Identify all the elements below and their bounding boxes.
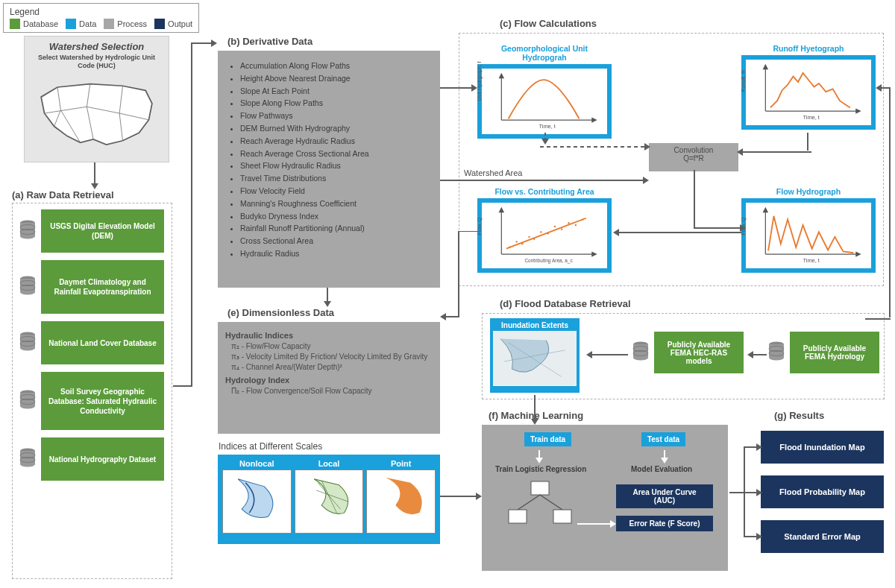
arrow-guh-to-conv-h [540,142,689,152]
db-usgs-dem: USGS Digital Elevation Model (DEM) [41,209,164,253]
derivative-item: Hydraulic Radius [240,247,431,260]
indices-scales-box: Nonlocal Local Point [218,455,440,544]
svg-marker-83 [586,351,592,358]
watershed-title: Watershed Selection [29,41,164,52]
svg-marker-92 [661,458,668,464]
derivative-item: Slope Along Flow Paths [240,97,431,110]
result-flood-map: Flood Inundation Map [761,431,884,464]
section-d-title: (d) Flood Database Retrieval [500,298,631,309]
legend: Legend Database Data Process Output [3,3,199,33]
indices-local: Local [295,459,364,540]
svg-marker-74 [440,313,446,320]
database-icon [19,276,37,298]
svg-point-46 [540,231,541,233]
arrow-into-runoff [876,83,891,136]
section-b-title: (b) Derivative Data [227,36,313,47]
raw-db-row: Daymet Climatology and Rainfall Evapotra… [19,260,166,314]
arrow-tree-to-err [577,519,616,529]
derivative-item: Flow Pathways [240,110,431,122]
db-hecras: Publicly Available FEMA HEC-RAS models [654,332,744,373]
svg-rect-97 [553,510,571,523]
us-map-icon [31,73,162,154]
svg-marker-57 [855,251,861,256]
raw-db-row: Soil Survey Geographic Database: Saturat… [19,372,166,430]
dimensionless-box: Hydraulic Indices π₂ - Flow/Flow Capacit… [218,322,440,434]
svg-point-47 [547,233,548,234]
train-data-chip: Train data [524,432,571,446]
database-icon [767,341,785,364]
arrow-runoff-to-conv [737,148,811,157]
svg-point-48 [554,226,556,227]
legend-title: Legend [10,7,192,17]
db-daymet: Daymet Climatology and Rainfall Evapotra… [41,260,164,314]
arrow-raw-to-deriv [169,39,217,390]
section-c-title: (c) Flow Calculations [500,18,597,29]
legend-item-database: Database [10,19,58,29]
svg-point-50 [568,222,569,224]
database-icon [632,341,650,364]
derivative-item: Sheet Flow Hydraulic Radius [240,159,431,172]
legend-item-process: Process [104,19,147,29]
svg-point-51 [575,224,577,226]
derivative-item: Manning's Roughness Coefficient [240,197,431,210]
pi2-hydrology: Π₂ - Flow Convergence/Soil Flow Capacity [231,387,433,395]
point-map-icon [367,470,435,533]
svg-point-49 [561,228,562,230]
svg-marker-87 [876,84,882,92]
db-nlcd: National Land Cover Database [41,321,164,364]
legend-item-output: Output [154,19,192,29]
svg-marker-90 [536,458,543,464]
err-box: Error Rate (F Score) [616,516,713,531]
inundation-extents-box: Inundation Extents [490,318,580,393]
arrow-hydro-to-fva [613,228,741,237]
derivative-item: Travel Time Distributions [240,172,431,185]
svg-marker-99 [610,520,616,528]
derivative-item: Rainfall Runoff Partitioning (Annual) [240,222,431,235]
svg-marker-27 [499,73,504,78]
runoff-curve-icon: Time, t [749,63,868,122]
database-icon [19,220,37,242]
derivative-item: Budyko Dryness Index [240,210,431,223]
svg-point-44 [528,236,530,238]
fema-hydro-row: Publicly Available FEMA Hydrology [767,332,879,373]
svg-marker-32 [763,64,768,69]
hydrology-index-title: Hydrology Index [225,376,433,385]
svg-rect-93 [531,481,549,495]
svg-point-52 [582,218,583,220]
svg-marker-37 [499,207,504,212]
derivative-item: Flow Velocity Field [240,185,431,197]
svg-marker-60 [471,84,477,92]
svg-marker-101 [476,493,482,500]
svg-marker-104 [756,443,762,451]
hydraulic-indices-title: Hydraulic Indices [225,331,433,340]
svg-text:Time, t: Time, t [803,114,820,121]
svg-text:Contributing Area, a_c: Contributing Area, a_c [524,258,573,264]
derivative-item: Reach Average Cross Sectional Area [240,148,431,160]
database-icon [19,448,37,470]
arrow-test-down [659,450,670,464]
db-nhd: National Hydrography Dataset [41,437,164,481]
svg-marker-62 [643,177,649,184]
pi2-hydraulic: π₂ - Flow/Flow Capacity [231,342,433,350]
watershed-subtitle: Select Watershed by Hydrologic Unit Code… [29,54,164,70]
watershed-selection-box: Watershed Selection Select Watershed by … [24,36,169,162]
db-ssurgo: Soil Survey Geographic Database: Saturat… [41,372,164,430]
local-map-icon [295,470,363,533]
train-lr-label: Train Logistic Regression [495,465,586,473]
pi4-hydraulic: π₄ - Channel Area/(Water Depth)² [231,363,433,371]
arrow-fva-to-dim [440,231,477,380]
nonlocal-map-icon [223,470,291,533]
arrow-hecras-to-inund [586,350,628,359]
derivative-item: Height Above Nearest Drainage [240,72,431,85]
derivative-item: Slope At Each Point [240,85,431,98]
pi3-hydraulic: π₃ - Velocity Limited By Friction/ Veloc… [231,353,433,361]
svg-point-45 [533,238,535,239]
indices-scales-title: Indices at Different Scales [219,441,322,452]
svg-line-95 [540,495,562,510]
svg-marker-69 [737,148,743,156]
svg-marker-73 [613,229,619,236]
svg-marker-29 [591,117,597,122]
svg-rect-96 [509,510,527,523]
derivative-list: Accumulation Along Flow PathsHeight Abov… [227,60,431,260]
hecras-row: Publicly Available FEMA HEC-RAS models [632,332,744,373]
